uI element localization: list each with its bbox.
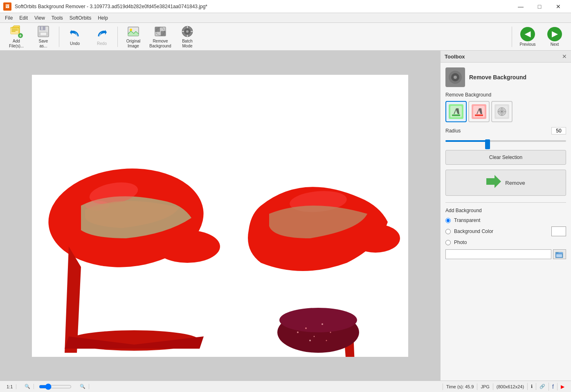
remove-bg-section-label: Remove Background xyxy=(445,92,566,98)
status-format: JPG xyxy=(477,383,492,390)
menu-view[interactable]: View xyxy=(31,14,48,22)
menu-softorbits[interactable]: SoftOrbits xyxy=(66,14,94,22)
auto-brush-button[interactable] xyxy=(491,101,513,122)
remove-arrow-icon xyxy=(486,175,501,190)
toolbox-close-button[interactable]: ✕ xyxy=(562,53,567,60)
save-as-label: Save as... xyxy=(39,39,48,49)
photo-path-input[interactable] xyxy=(445,249,551,259)
window-controls: — □ ✕ xyxy=(511,0,568,13)
batch-mode-label: Batch Mode xyxy=(182,39,193,49)
red-brush-inner xyxy=(472,104,486,119)
photo-option: Photo xyxy=(445,240,566,245)
transparent-label[interactable]: Transparent xyxy=(454,217,480,223)
previous-button[interactable]: ◀ Previous xyxy=(515,25,541,49)
transparent-option: Transparent xyxy=(445,217,566,223)
batch-mode-button[interactable]: Batch Mode xyxy=(174,25,200,49)
menu-file[interactable]: File xyxy=(2,14,16,22)
svg-point-26 xyxy=(155,230,220,263)
photo-browse-button[interactable] xyxy=(553,249,566,259)
add-files-button[interactable]: + Add File(s)... xyxy=(3,25,29,49)
svg-rect-2 xyxy=(11,29,18,29)
svg-point-51 xyxy=(501,111,503,112)
original-image-icon xyxy=(127,25,140,38)
toolbox-title: Toolbox xyxy=(445,54,465,60)
status-time: Time (s): 45.9 xyxy=(443,383,477,390)
time-label: Time (s): xyxy=(446,384,464,389)
photo-input-row xyxy=(445,249,566,259)
menu-tools[interactable]: Tools xyxy=(48,14,66,22)
photo-label[interactable]: Photo xyxy=(454,240,467,245)
save-icon xyxy=(37,25,50,38)
add-background-label: Add Background xyxy=(445,208,566,213)
remove-background-button[interactable]: Remove Background xyxy=(147,25,173,49)
toolbar-sep-3 xyxy=(512,27,512,47)
status-share-icon[interactable]: 🔗 xyxy=(536,383,549,390)
redo-label: Redo xyxy=(97,41,107,46)
zoom-out-icon[interactable]: 🔍 xyxy=(21,384,34,389)
status-dimensions: (800x612x24) xyxy=(493,383,527,390)
clear-selection-button[interactable]: Clear Selection xyxy=(445,150,566,165)
title-left: 🖼 SoftOrbits Background Remover - 3.1097… xyxy=(3,2,207,11)
bg-color-label[interactable]: Background Color xyxy=(454,228,493,234)
remove-bg-icon xyxy=(154,25,167,38)
slider-fill xyxy=(445,140,488,142)
toolbox-main-section: Remove Background Remove Background xyxy=(441,63,571,264)
red-brush-button[interactable] xyxy=(468,101,490,122)
close-button[interactable]: ✕ xyxy=(549,0,568,13)
image-canvas[interactable] xyxy=(32,75,408,357)
svg-point-39 xyxy=(351,224,400,253)
svg-rect-47 xyxy=(475,114,483,116)
green-brush-inner xyxy=(449,104,463,119)
svg-point-34 xyxy=(321,323,323,325)
undo-label: Undo xyxy=(70,41,80,46)
green-brush-button[interactable] xyxy=(445,101,467,122)
slider-track xyxy=(445,140,566,142)
original-image-button[interactable]: Original Image xyxy=(120,25,146,49)
status-info-icon[interactable]: ℹ xyxy=(527,383,536,390)
bg-color-radio[interactable] xyxy=(445,229,451,234)
svg-rect-9 xyxy=(41,27,43,30)
maximize-button[interactable]: □ xyxy=(530,0,549,13)
svg-marker-56 xyxy=(486,175,501,188)
remove-bg-label: Remove Background xyxy=(149,39,171,49)
titlebar: 🖼 SoftOrbits Background Remover - 3.1097… xyxy=(0,0,571,13)
svg-rect-58 xyxy=(556,254,562,257)
svg-point-32 xyxy=(305,327,307,329)
radius-slider[interactable] xyxy=(445,137,566,145)
svg-point-43 xyxy=(454,76,457,79)
bg-color-option: Background Color xyxy=(445,226,566,236)
divider xyxy=(445,202,566,203)
redo-button[interactable]: Redo xyxy=(89,25,115,49)
minimize-button[interactable]: — xyxy=(511,0,530,13)
next-button[interactable]: ▶ Next xyxy=(542,25,568,49)
remove-label: Remove xyxy=(505,180,525,186)
zoom-in-icon[interactable]: 🔍 xyxy=(76,384,89,389)
status-social1[interactable]: f xyxy=(549,383,557,391)
remove-button[interactable]: Remove xyxy=(445,170,566,196)
menubar: File Edit View Tools SoftOrbits Help xyxy=(0,13,571,23)
menu-help[interactable]: Help xyxy=(94,14,111,22)
previous-label: Previous xyxy=(520,42,536,47)
original-image-label: Original Image xyxy=(126,39,140,49)
color-swatch[interactable] xyxy=(551,226,566,236)
canvas-area[interactable] xyxy=(0,51,440,381)
zoom-slider[interactable] xyxy=(39,383,72,390)
undo-button[interactable]: Undo xyxy=(62,25,88,49)
status-zoom-level: 1:1 xyxy=(3,384,16,389)
status-right: Time (s): 45.9 JPG (800x612x24) ℹ 🔗 f ▶ xyxy=(443,383,568,391)
save-as-button[interactable]: Save as... xyxy=(30,25,56,49)
svg-rect-45 xyxy=(452,114,460,116)
nav-buttons: ◀ Previous ▶ Next xyxy=(510,25,568,49)
photo-radio[interactable] xyxy=(445,240,451,245)
menu-edit[interactable]: Edit xyxy=(16,14,31,22)
brush-tools xyxy=(445,101,566,122)
transparent-radio[interactable] xyxy=(445,218,451,223)
add-files-icon: + xyxy=(10,25,23,38)
slider-thumb[interactable] xyxy=(485,139,490,149)
time-value: 45.9 xyxy=(465,384,474,389)
image-content xyxy=(32,75,408,357)
next-icon: ▶ xyxy=(547,27,562,41)
toolbar-sep-1 xyxy=(59,27,59,47)
status-social2[interactable]: ▶ xyxy=(557,383,568,390)
statusbar: 1:1 🔍 🔍 Time (s): 45.9 JPG (800x612x24) … xyxy=(0,381,571,392)
